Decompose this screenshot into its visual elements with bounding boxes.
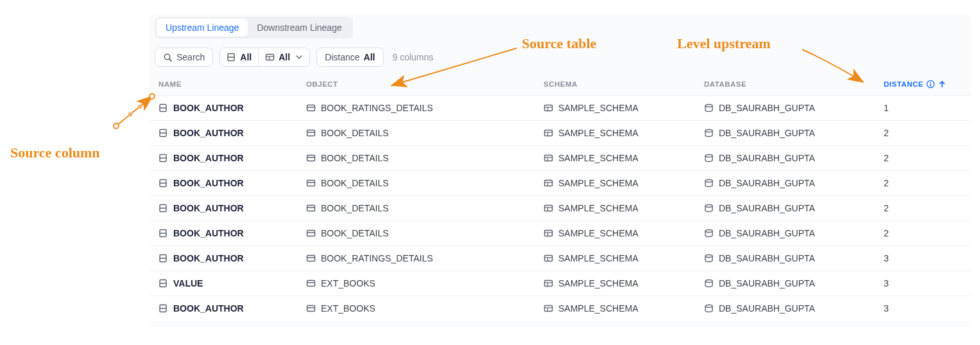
cell-database: DB_SAURABH_GUPTA	[704, 203, 884, 213]
col-header-distance-label: DISTANCE	[884, 80, 924, 88]
cell-object-text: BOOK_DETAILS	[321, 178, 389, 188]
table-row[interactable]: BOOK_AUTHOR BOOK_DETAILS SAMPLE_SCHEMA D…	[150, 220, 971, 245]
svg-point-15	[128, 112, 132, 116]
column-icon	[159, 229, 168, 238]
table-row[interactable]: VALUE EXT_BOOKS SAMPLE_SCHEMA DB_SAURABH…	[150, 270, 971, 296]
table-icon	[306, 154, 316, 163]
cell-object-text: BOOK_DETAILS	[321, 228, 389, 238]
cell-distance: 2	[884, 153, 974, 163]
cell-database: DB_SAURABH_GUPTA	[704, 178, 884, 188]
table-row[interactable]: BOOK_AUTHOR BOOK_DETAILS SAMPLE_SCHEMA D…	[150, 145, 971, 170]
cell-distance: 2	[884, 178, 974, 188]
schema-icon	[544, 128, 553, 138]
column-icon	[159, 279, 168, 288]
cell-distance: 3	[884, 303, 974, 314]
cell-object: EXT_BOOKS	[306, 278, 544, 288]
schema-icon	[544, 154, 553, 163]
cell-name: BOOK_AUTHOR	[159, 178, 306, 188]
search-icon	[163, 53, 173, 62]
sort-asc-icon	[938, 80, 947, 89]
column-icon	[159, 154, 168, 163]
filter-column-value: All	[240, 52, 252, 62]
cell-database: DB_SAURABH_GUPTA	[704, 153, 884, 163]
cell-name-text: BOOK_AUTHOR	[173, 178, 244, 188]
database-icon	[704, 279, 714, 288]
cell-name-text: BOOK_AUTHOR	[173, 253, 244, 263]
cell-database-text: DB_SAURABH_GUPTA	[719, 153, 815, 163]
cell-distance-text: 2	[884, 128, 889, 138]
chevron-down-icon	[295, 53, 303, 61]
cell-distance-text: 3	[884, 253, 889, 263]
table-row[interactable]: BOOK_AUTHOR BOOK_DETAILS SAMPLE_SCHEMA D…	[150, 195, 971, 220]
table-row[interactable]: BOOK_AUTHOR BOOK_RATINGS_DETAILS SAMPLE_…	[150, 95, 971, 120]
table-row[interactable]: BOOK_AUTHOR BOOK_DETAILS SAMPLE_SCHEMA D…	[150, 120, 971, 145]
table-row[interactable]: BOOK_AUTHOR BOOK_RATINGS_DETAILS SAMPLE_…	[150, 245, 971, 270]
cell-distance: 2	[884, 203, 974, 213]
col-header-database[interactable]: DATABASE	[704, 80, 884, 88]
col-header-schema[interactable]: SCHEMA	[544, 80, 704, 88]
cell-object: BOOK_DETAILS	[306, 178, 544, 188]
cell-name: BOOK_AUTHOR	[159, 228, 306, 238]
schema-icon	[544, 204, 553, 213]
cell-name-text: VALUE	[173, 278, 203, 288]
cell-schema: SAMPLE_SCHEMA	[544, 278, 704, 288]
cell-name: BOOK_AUTHOR	[159, 203, 306, 213]
distance-filter-button[interactable]: Distance All	[316, 48, 383, 67]
cell-schema: SAMPLE_SCHEMA	[544, 303, 704, 314]
table-row[interactable]: BOOK_AUTHOR BOOK_DETAILS SAMPLE_SCHEMA D…	[150, 170, 971, 195]
table-header: NAME OBJECT SCHEMA DATABASE DISTANCE	[150, 75, 971, 95]
cell-schema: SAMPLE_SCHEMA	[544, 103, 704, 113]
column-icon	[159, 204, 168, 213]
database-icon	[704, 154, 714, 163]
search-button[interactable]: Search	[155, 48, 213, 67]
filter-group[interactable]: All All	[219, 48, 310, 67]
cell-database: DB_SAURABH_GUPTA	[704, 128, 884, 138]
cell-database: DB_SAURABH_GUPTA	[704, 253, 884, 263]
cell-database-text: DB_SAURABH_GUPTA	[719, 303, 815, 314]
cell-name-text: BOOK_AUTHOR	[173, 128, 244, 138]
database-icon	[704, 128, 714, 138]
cell-object: EXT_BOOKS	[306, 303, 544, 314]
cell-database: DB_SAURABH_GUPTA	[704, 103, 884, 113]
cell-object: BOOK_DETAILS	[306, 128, 544, 138]
tab-upstream-lineage[interactable]: Upstream Lineage	[157, 19, 248, 37]
tab-downstream-lineage[interactable]: Downstream Lineage	[248, 19, 350, 37]
cell-object: BOOK_DETAILS	[306, 228, 544, 238]
database-icon	[704, 229, 714, 238]
cell-distance-text: 2	[884, 203, 889, 213]
table-icon	[306, 204, 316, 213]
cell-name: BOOK_AUTHOR	[159, 103, 306, 113]
distance-value: All	[364, 52, 375, 62]
cell-schema: SAMPLE_SCHEMA	[544, 228, 704, 238]
cell-name-text: BOOK_AUTHOR	[173, 228, 244, 238]
cell-object-text: BOOK_DETAILS	[321, 153, 389, 163]
schema-icon	[544, 304, 553, 314]
table-icon	[306, 103, 316, 113]
cell-distance: 1	[884, 103, 974, 113]
cell-distance-text: 1	[884, 103, 889, 113]
cell-database: DB_SAURABH_GUPTA	[704, 303, 884, 314]
cell-database: DB_SAURABH_GUPTA	[704, 278, 884, 288]
annotation-source-table: Source table	[522, 35, 596, 52]
column-count-label: 9 columns	[393, 52, 434, 62]
col-header-object[interactable]: OBJECT	[306, 80, 544, 88]
cell-distance-text: 2	[884, 228, 889, 238]
cell-object: BOOK_RATINGS_DETAILS	[306, 253, 544, 263]
cell-schema: SAMPLE_SCHEMA	[544, 153, 704, 163]
annotation-source-column: Source column	[10, 145, 100, 161]
table-icon	[306, 179, 316, 188]
col-header-name[interactable]: NAME	[159, 80, 306, 88]
cell-object-text: EXT_BOOKS	[321, 278, 375, 288]
lineage-table: NAME OBJECT SCHEMA DATABASE DISTANCE BOO…	[150, 75, 971, 321]
table-row[interactable]: BOOK_AUTHOR EXT_BOOKS SAMPLE_SCHEMA DB_S…	[150, 296, 971, 321]
cell-distance-text: 3	[884, 303, 889, 314]
cell-object-text: EXT_BOOKS	[321, 303, 375, 314]
cell-schema: SAMPLE_SCHEMA	[544, 203, 704, 213]
schema-icon	[544, 254, 553, 263]
col-header-distance[interactable]: DISTANCE	[884, 80, 974, 89]
column-icon	[159, 179, 168, 188]
cell-object-text: BOOK_RATINGS_DETAILS	[321, 103, 433, 113]
cell-object: BOOK_RATINGS_DETAILS	[306, 103, 544, 113]
cell-name: VALUE	[159, 278, 306, 288]
cell-schema: SAMPLE_SCHEMA	[544, 128, 704, 138]
